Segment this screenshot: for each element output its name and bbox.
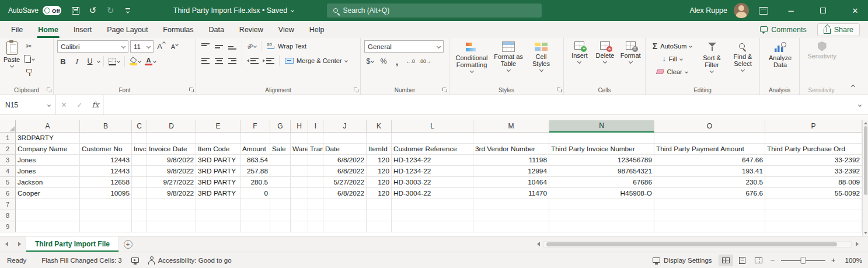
row-header-7[interactable]: 7 [0,199,16,210]
view-page-layout-button[interactable] [735,255,750,266]
cell-J4[interactable]: 6/8/2022 [323,166,367,177]
font-size-select[interactable]: 11 [130,40,154,53]
cell-N9[interactable] [549,221,654,232]
cell-J8[interactable] [323,210,367,221]
cell-L5[interactable]: HD-3003-22 [392,177,473,188]
increase-font-size-button[interactable]: A [155,41,167,53]
column-header-K[interactable]: K [367,120,392,133]
cell-N3[interactable]: 123456789 [549,155,654,166]
underline-button[interactable]: U [84,55,96,67]
cell-F8[interactable] [240,210,270,221]
cell-D4[interactable]: 9/8/2022 [147,166,196,177]
cell-F7[interactable] [240,199,270,210]
user-avatar[interactable] [734,3,749,18]
cell-H1[interactable] [291,133,308,144]
number-dialog-launcher[interactable] [442,88,447,92]
cell-C9[interactable] [132,221,147,232]
cell-E5[interactable]: 3RD PARTY [196,177,240,188]
cell-B3[interactable]: 12443 [80,155,132,166]
cell-D3[interactable]: 9/8/2022 [147,155,196,166]
cell-J7[interactable] [323,199,367,210]
cell-L1[interactable] [392,133,473,144]
styles-dialog-launcher[interactable] [557,88,562,92]
cell-P9[interactable] [765,221,862,232]
fill-color-button[interactable] [128,55,142,67]
cell-K5[interactable]: 120 [367,177,392,188]
cell-H4[interactable] [291,166,308,177]
cell-F2[interactable]: Amount [240,144,270,155]
align-right-button[interactable] [226,55,238,67]
decrease-decimal-button[interactable]: .00→ [418,55,432,67]
sheet-nav-left-button[interactable] [0,242,13,246]
cell-E4[interactable]: 3RD PARTY [196,166,240,177]
new-sheet-button[interactable]: + [119,236,137,252]
user-name[interactable]: Alex Ruppe [689,6,727,15]
cell-C5[interactable] [132,177,147,188]
cell-F6[interactable]: 0 [240,188,270,199]
column-header-I[interactable]: I [308,120,323,133]
insert-function-button[interactable]: fx [88,95,103,114]
cell-G4[interactable] [270,166,291,177]
dropdown-chevron-icon[interactable] [97,60,100,63]
cell-I2[interactable]: Tran [308,144,323,155]
cell-M3[interactable]: 11198 [473,155,549,166]
cell-A1[interactable]: 3RDPARTY [16,133,80,144]
cell-P5[interactable]: 88-009 [765,177,862,188]
autosave-control[interactable]: AutoSave Off [0,6,67,15]
cell-O2[interactable]: Third Party Payment Amount [654,144,765,155]
cell-E7[interactable] [196,199,240,210]
zoom-in-button[interactable]: + [828,255,839,266]
cell-K3[interactable]: 120 [367,155,392,166]
cell-H6[interactable] [291,188,308,199]
cell-N2[interactable]: Third Party Invoice Number [549,144,654,155]
column-header-H[interactable]: H [291,120,308,133]
italic-button[interactable]: I [71,55,82,67]
cell-L9[interactable] [392,221,473,232]
cell-B1[interactable] [80,133,132,144]
undo-button[interactable]: ↺ [85,2,101,19]
percent-style-button[interactable]: % [378,55,389,67]
cell-I3[interactable] [308,155,323,166]
cell-K6[interactable]: 120 [367,188,392,199]
decrease-indent-button[interactable] [246,55,260,67]
cell-H3[interactable] [291,155,308,166]
cell-F3[interactable]: 863.54 [240,155,270,166]
format-cells-button[interactable]: ≡ Format [618,40,643,63]
cell-K2[interactable]: ItemId [367,144,392,155]
cell-J9[interactable] [323,221,367,232]
cell-C3[interactable] [132,155,147,166]
cell-L7[interactable] [392,199,473,210]
zoom-out-button[interactable]: − [768,255,778,266]
cell-L8[interactable] [392,210,473,221]
minimize-button[interactable]: ─ [778,0,804,21]
horizontal-scroll-track[interactable] [543,241,852,248]
cell-O6[interactable]: 676.6 [654,188,765,199]
cell-J6[interactable]: 6/8/2022 [323,188,367,199]
vertical-scroll-thumb[interactable] [864,126,867,195]
comments-button[interactable]: Comments [754,24,812,36]
cell-O4[interactable]: 193.41 [654,166,765,177]
cell-F5[interactable]: 280.5 [240,177,270,188]
name-box[interactable]: N15 [0,95,56,114]
sensitivity-button[interactable]: Sensitivity [803,40,841,60]
alignment-dialog-launcher[interactable] [354,88,358,92]
cell-I9[interactable] [308,221,323,232]
column-header-M[interactable]: M [473,120,549,133]
cell-C8[interactable] [132,210,147,221]
cell-A4[interactable]: Jones [16,166,80,177]
horizontal-scroll-thumb[interactable] [546,242,837,246]
sheet-tab-third-party-import-file[interactable]: Third Party Import File [26,236,119,252]
cut-button[interactable]: ✂ [22,40,36,52]
cell-O9[interactable] [654,221,765,232]
row-header-9[interactable]: 9 [0,221,16,232]
align-middle-button[interactable] [213,40,225,52]
view-page-break-button[interactable] [751,255,766,266]
cell-B6[interactable]: 10095 [80,188,132,199]
status-flash-fill[interactable]: Flash Fill Changed Cells: 3 [37,257,126,264]
tab-review[interactable]: Review [232,21,271,38]
paste-button[interactable]: Paste [4,40,20,67]
number-format-select[interactable]: General [364,40,444,53]
zoom-slider-thumb[interactable] [800,257,806,264]
cell-O3[interactable]: 647.66 [654,155,765,166]
font-dialog-launcher[interactable] [189,88,194,92]
